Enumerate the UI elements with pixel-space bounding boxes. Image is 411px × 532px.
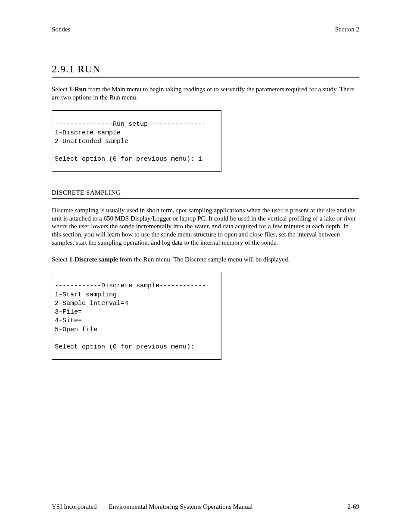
discrete-paragraph: Discrete sampling is usually used in sho… bbox=[52, 206, 359, 247]
footer-page-number: 2-69 bbox=[348, 503, 360, 510]
page: Sondes Section 2 2.9.1 RUN Select 1-Run … bbox=[0, 0, 411, 532]
intro-post: from the Main menu to begin taking readi… bbox=[52, 86, 355, 101]
page-footer: YSI Incorporated Environmental Monitorin… bbox=[52, 503, 359, 510]
page-header: Sondes Section 2 bbox=[52, 26, 359, 33]
select-discrete-paragraph: Select 1-Discrete sample from the Run me… bbox=[52, 255, 359, 264]
section-heading: 2.9.1 RUN bbox=[52, 63, 359, 75]
footer-company: YSI Incorporated bbox=[52, 503, 97, 510]
subheading-rule bbox=[52, 198, 359, 199]
header-right: Section 2 bbox=[335, 26, 359, 33]
para3-pre: Select bbox=[52, 256, 69, 263]
terminal-discrete-sample: ------------Discrete sample------------ … bbox=[52, 272, 221, 360]
terminal-run-setup: ---------------Run setup--------------- … bbox=[52, 110, 221, 172]
header-left: Sondes bbox=[52, 26, 70, 33]
para3-post: from the Run menu. The Discrete sample m… bbox=[118, 256, 290, 263]
sub-heading: DISCRETE SAMPLING bbox=[52, 189, 359, 196]
heading-rule bbox=[52, 77, 359, 78]
intro-paragraph: Select 1-Run from the Main menu to begin… bbox=[52, 85, 359, 102]
footer-title: Environmental Monitoring Systems Operati… bbox=[109, 503, 253, 510]
para3-bold: 1-Discrete sample bbox=[69, 256, 118, 263]
intro-bold: 1-Run bbox=[69, 86, 86, 93]
intro-pre: Select bbox=[52, 86, 69, 93]
footer-left: YSI Incorporated Environmental Monitorin… bbox=[52, 503, 253, 510]
